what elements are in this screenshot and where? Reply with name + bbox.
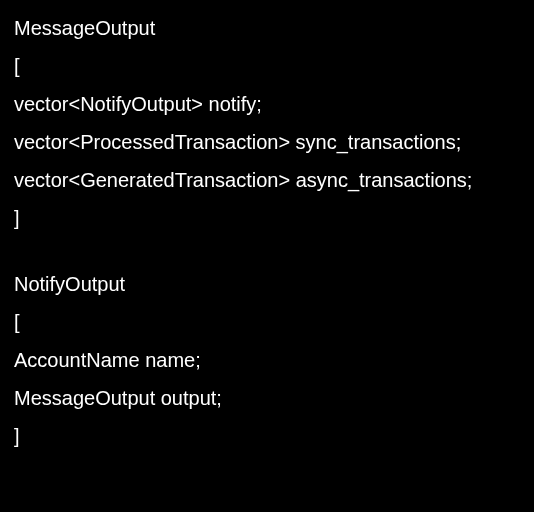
bracket-open: [ — [14, 56, 520, 76]
bracket-close: ] — [14, 426, 520, 446]
field-declaration: MessageOutput output; — [14, 388, 520, 408]
bracket-close: ] — [14, 208, 520, 228]
struct-title: NotifyOutput — [14, 274, 520, 294]
field-declaration: vector<GeneratedTransaction> async_trans… — [14, 170, 520, 190]
field-declaration: vector<ProcessedTransaction> sync_transa… — [14, 132, 520, 152]
spacer — [14, 246, 520, 274]
struct-title: MessageOutput — [14, 18, 520, 38]
field-declaration: vector<NotifyOutput> notify; — [14, 94, 520, 114]
field-declaration: AccountName name; — [14, 350, 520, 370]
bracket-open: [ — [14, 312, 520, 332]
